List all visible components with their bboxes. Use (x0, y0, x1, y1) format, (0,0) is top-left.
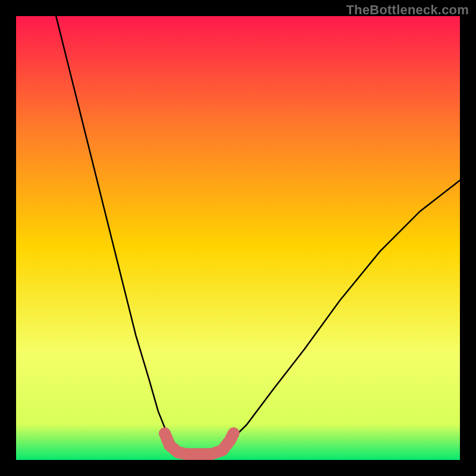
plot-area (16, 16, 460, 460)
chart-frame: TheBottleneck.com (0, 0, 476, 476)
chart-svg (16, 16, 460, 460)
watermark-text: TheBottleneck.com (346, 2, 469, 18)
